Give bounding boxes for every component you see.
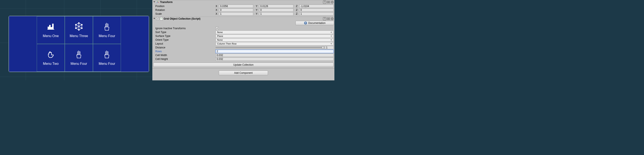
svg-line-49: [331, 19, 332, 20]
axis-y-label[interactable]: Y: [256, 12, 259, 15]
dropdown-value: Plane: [217, 35, 223, 37]
scale-z-field[interactable]: [299, 12, 334, 15]
rows-field[interactable]: [216, 50, 334, 53]
menu-button-four-c[interactable]: Menu Four: [93, 44, 121, 72]
position-x-field[interactable]: [219, 4, 253, 8]
ignore-inactive-label: Ignore Inactive Transforms: [153, 27, 215, 30]
foldout-toggle[interactable]: [153, 1, 155, 3]
svg-marker-34: [154, 18, 155, 19]
preset-icon[interactable]: [327, 0, 330, 4]
gear-icon[interactable]: [330, 0, 334, 4]
cell-width-field[interactable]: [216, 53, 334, 57]
axis-z-label[interactable]: Z: [296, 12, 299, 15]
sort-type-dropdown[interactable]: None: [216, 30, 334, 34]
rows-label: Rows: [153, 50, 215, 53]
surface-type-dropdown[interactable]: Plane: [216, 34, 334, 38]
svg-line-17: [158, 2, 159, 2]
scale-x-field[interactable]: [219, 12, 253, 15]
rotation-label: Rotation: [153, 8, 215, 11]
menu-panel-right-pad: [121, 16, 149, 72]
svg-line-30: [331, 1, 332, 1]
menu-button-three[interactable]: Menu Three: [65, 16, 93, 44]
position-z-field[interactable]: [299, 4, 334, 8]
scale-label: Scale: [153, 12, 215, 15]
documentation-button[interactable]: ? Documentation: [296, 21, 334, 25]
component-title: Grid Object Collection (Script): [164, 17, 200, 20]
menu-button-label: Menu Four: [99, 34, 115, 38]
svg-text:?: ?: [324, 17, 325, 20]
layout-dropdown[interactable]: Column Then Row: [216, 42, 334, 46]
component-enable-checkbox[interactable]: ✓: [156, 17, 159, 20]
rotation-y-field[interactable]: [259, 8, 293, 12]
menu-button-one[interactable]: Menu One: [37, 16, 65, 44]
transform-body: Position X Y Z Rotation X Y Z Scale X Y …: [152, 4, 334, 17]
svg-line-31: [333, 3, 333, 3]
rotation-z-field[interactable]: [299, 8, 334, 12]
menu-button-label: Menu Four: [99, 62, 115, 66]
menu-button-label: Menu Three: [70, 34, 88, 38]
menu-button-label: Menu Four: [70, 62, 87, 66]
hand-up-icon: [102, 22, 111, 31]
inspector-panel: Transform ? Position X Y Z Rotation X Y …: [152, 0, 334, 80]
menu-grid: Menu One Menu Three Menu Four: [37, 16, 121, 72]
foldout-toggle[interactable]: [153, 18, 155, 20]
layout-label: Layout: [153, 42, 215, 45]
hand-up-icon: [102, 50, 111, 58]
cell-height-label: Cell Height: [153, 58, 215, 61]
dropdown-value: None: [217, 39, 223, 41]
svg-point-12: [78, 29, 79, 30]
add-component-label: Add Component: [234, 71, 253, 74]
svg-line-46: [331, 18, 332, 18]
update-collection-label: Update Collection: [233, 63, 254, 66]
distance-label: Distance: [153, 46, 215, 49]
surface-type-label: Surface Type: [153, 34, 215, 37]
orient-type-dropdown[interactable]: None: [216, 38, 334, 42]
cell-width-label: Cell Width: [153, 54, 215, 57]
svg-text:?: ?: [324, 1, 325, 3]
transform-header[interactable]: Transform ?: [152, 0, 334, 4]
position-y-field[interactable]: [259, 4, 293, 8]
axis-x-label[interactable]: X: [216, 8, 219, 11]
svg-point-11: [81, 28, 82, 29]
transform-icon: [156, 1, 159, 4]
distance-slider[interactable]: [216, 47, 324, 48]
axis-x-label[interactable]: X: [216, 5, 219, 8]
update-collection-button[interactable]: Update Collection: [153, 63, 334, 67]
rotation-x-field[interactable]: [219, 8, 253, 12]
menu-button-four-b[interactable]: Menu Four: [65, 44, 93, 72]
sort-type-label: Sort Type: [153, 31, 215, 34]
menu-panel[interactable]: Menu One Menu Three Menu Four: [8, 16, 149, 72]
svg-line-33: [331, 3, 332, 3]
csharp-script-icon: C#: [160, 17, 163, 20]
preset-icon[interactable]: [327, 17, 330, 20]
axis-z-label[interactable]: Z: [296, 5, 299, 8]
svg-point-13: [75, 28, 76, 29]
help-icon[interactable]: ?: [323, 17, 326, 20]
help-icon[interactable]: ?: [323, 0, 326, 4]
axis-z-label[interactable]: Z: [296, 8, 299, 11]
ignore-inactive-checkbox[interactable]: [216, 27, 218, 30]
svg-line-18: [156, 2, 158, 3]
grid-collection-body: Ignore Inactive Transforms Sort Type Non…: [152, 26, 334, 62]
scene-view[interactable]: Menu One Menu Three Menu Four: [0, 0, 152, 80]
distance-value-field[interactable]: [325, 46, 334, 49]
menu-button-label: Menu One: [43, 34, 59, 38]
dropdown-value: None: [217, 31, 223, 33]
grid-collection-header[interactable]: ✓ C# Grid Object Collection (Script) ?: [152, 17, 334, 20]
axis-y-label[interactable]: Y: [256, 5, 259, 8]
orient-type-label: Orient Type: [153, 38, 215, 41]
svg-rect-4: [52, 24, 54, 29]
add-component-button[interactable]: Add Component: [219, 71, 268, 75]
slider-thumb[interactable]: [322, 46, 324, 49]
cell-height-field[interactable]: [216, 57, 334, 61]
svg-line-32: [333, 1, 333, 1]
axis-y-label[interactable]: Y: [256, 8, 259, 11]
scale-y-field[interactable]: [259, 12, 293, 15]
axis-x-label[interactable]: X: [216, 12, 219, 15]
svg-rect-3: [51, 27, 52, 29]
svg-line-47: [333, 19, 333, 20]
hand-stop-icon: [46, 50, 55, 58]
menu-button-four-a[interactable]: Menu Four: [93, 16, 121, 44]
menu-button-two[interactable]: Menu Two: [37, 44, 65, 72]
gear-icon[interactable]: [330, 17, 334, 20]
